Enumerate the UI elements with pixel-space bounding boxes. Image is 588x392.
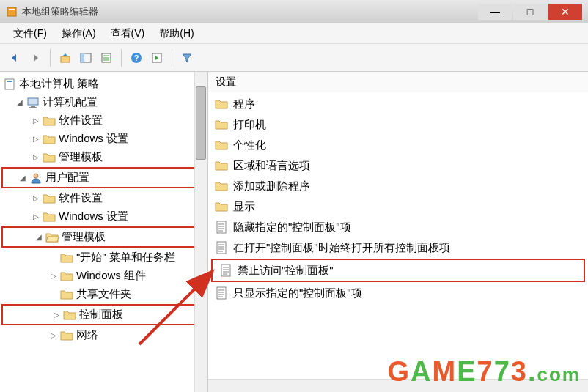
- expander-expanded-icon[interactable]: ◢: [18, 173, 28, 183]
- tree-user-config[interactable]: ◢ 用户配置: [3, 169, 205, 187]
- folder-icon: [43, 210, 56, 223]
- svg-point-19: [34, 174, 38, 178]
- list-item-label: 个性化: [233, 138, 266, 152]
- back-button[interactable]: [6, 49, 23, 67]
- list-item-label: 在打开"控制面板"时始终打开所有控制面板项: [233, 241, 450, 255]
- toolbar-separator: [172, 49, 172, 67]
- tree-root[interactable]: 本地计算机 策略: [0, 75, 207, 93]
- svg-rect-35: [217, 287, 226, 299]
- filter-button[interactable]: [178, 49, 196, 67]
- show-hide-tree-button[interactable]: [77, 49, 95, 67]
- expander-blank: [48, 289, 59, 300]
- menubar: 文件(F) 操作(A) 查看(V) 帮助(H): [0, 23, 588, 44]
- list-item[interactable]: 在打开"控制面板"时始终打开所有控制面板项: [208, 237, 588, 258]
- maximize-button[interactable]: □: [513, 4, 547, 20]
- list-item-label: 区域和语言选项: [233, 159, 310, 173]
- list-item[interactable]: 区域和语言选项: [208, 155, 588, 176]
- list-item[interactable]: 添加或删除程序: [208, 176, 588, 196]
- list-item[interactable]: 隐藏指定的"控制面板"项: [208, 217, 588, 237]
- folder-icon: [60, 329, 73, 342]
- folder-icon: [43, 151, 56, 164]
- computer-icon: [26, 96, 40, 109]
- policy-root-icon: [3, 78, 16, 91]
- policy-icon: [214, 240, 229, 255]
- expander-icon[interactable]: ▷: [48, 330, 59, 341]
- tree-software-settings[interactable]: ▷ 软件设置: [0, 111, 207, 130]
- options-button[interactable]: [148, 49, 166, 67]
- tree-software-settings-2[interactable]: ▷ 软件设置: [0, 189, 207, 207]
- tree-label: 软件设置: [59, 114, 103, 127]
- expander-icon[interactable]: ▷: [31, 134, 41, 144]
- list-item[interactable]: 个性化: [208, 135, 588, 155]
- expander-icon[interactable]: ▷: [31, 193, 41, 204]
- expander-icon[interactable]: ▷: [31, 212, 41, 222]
- list-item-label: 打印机: [233, 118, 266, 132]
- list-item[interactable]: 程序: [208, 94, 588, 114]
- tree-control-panel[interactable]: ▷ 控制面板: [3, 306, 205, 324]
- highlight-user-config: ◢ 用户配置: [1, 167, 206, 188]
- window-title: 本地组策略编辑器: [22, 5, 478, 18]
- close-button[interactable]: ✕: [548, 4, 582, 20]
- titlebar: 本地组策略编辑器 — □ ✕: [0, 0, 588, 23]
- folder-icon: [43, 192, 56, 205]
- forward-button[interactable]: [26, 49, 44, 67]
- app-icon: [6, 6, 18, 18]
- expander-icon[interactable]: ▷: [51, 310, 62, 320]
- properties-button[interactable]: [98, 49, 115, 67]
- expander-icon[interactable]: ▷: [31, 152, 41, 163]
- toolbar-separator: [121, 49, 122, 67]
- list-item[interactable]: 禁止访问"控制面板": [211, 259, 585, 282]
- tree-shared-folders[interactable]: 共享文件夹: [0, 285, 207, 303]
- expander-collapsed-icon[interactable]: ◢: [15, 97, 25, 108]
- minimize-button[interactable]: —: [478, 4, 512, 20]
- tree-windows-components[interactable]: ▷ Windows 组件: [0, 267, 207, 285]
- list-item[interactable]: 打印机: [208, 114, 588, 135]
- folder-icon: [60, 270, 73, 283]
- menu-view[interactable]: 查看(V): [103, 24, 152, 43]
- up-button[interactable]: [56, 49, 74, 67]
- highlight-control-panel: ▷ 控制面板: [1, 304, 206, 325]
- tree-windows-settings-2[interactable]: ▷ Windows 设置: [0, 207, 207, 226]
- svg-rect-2: [61, 56, 70, 62]
- folder-icon: [214, 158, 229, 173]
- tree-admin-templates-2[interactable]: ◢ 管理模板: [3, 228, 205, 246]
- list-header[interactable]: 设置: [208, 72, 588, 92]
- svg-rect-4: [81, 53, 84, 62]
- window-controls: — □ ✕: [478, 4, 582, 20]
- tree-label: Windows 设置: [59, 132, 128, 146]
- tree-label: 控制面板: [79, 308, 123, 322]
- tree-start-menu[interactable]: "开始" 菜单和任务栏: [0, 248, 207, 267]
- list-body: 程序打印机个性化区域和语言选项添加或删除程序显示隐藏指定的"控制面板"项在打开"…: [208, 92, 588, 392]
- tree-scrollbar[interactable]: [194, 72, 207, 392]
- folder-icon: [214, 138, 229, 152]
- menu-action[interactable]: 操作(A): [54, 24, 103, 43]
- menu-file[interactable]: 文件(F): [6, 24, 54, 43]
- tree-label: 网络: [76, 328, 98, 342]
- list-item[interactable]: 只显示指定的"控制面板"项: [208, 283, 588, 303]
- scrollbar-thumb[interactable]: [196, 86, 206, 160]
- list-item[interactable]: 显示: [208, 196, 588, 217]
- tree-label: Windows 组件: [76, 269, 146, 283]
- highlight-admin-templates: ◢ 管理模板: [1, 226, 206, 248]
- svg-rect-25: [217, 242, 226, 254]
- list-horizontal-scrollbar[interactable]: [208, 379, 588, 392]
- tree-network[interactable]: ▷ 网络: [0, 326, 207, 344]
- list-panel: 设置 程序打印机个性化区域和语言选项添加或删除程序显示隐藏指定的"控制面板"项在…: [208, 72, 588, 392]
- folder-icon: [63, 308, 76, 322]
- svg-rect-20: [217, 221, 226, 233]
- expander-blank: [48, 253, 59, 263]
- tree-windows-settings[interactable]: ▷ Windows 设置: [0, 130, 207, 148]
- expander-icon[interactable]: ▷: [48, 271, 59, 281]
- expander-icon[interactable]: ▷: [31, 116, 41, 126]
- tree-label: 软件设置: [59, 191, 103, 205]
- tree-admin-templates[interactable]: ▷ 管理模板: [0, 148, 207, 166]
- policy-icon: [214, 286, 229, 300]
- folder-icon: [214, 97, 229, 111]
- expander-expanded-icon[interactable]: ◢: [34, 232, 44, 243]
- folder-icon: [214, 199, 229, 214]
- tree-computer-config[interactable]: ◢ 计算机配置: [0, 93, 207, 111]
- toolbar-separator: [50, 49, 51, 67]
- help-button[interactable]: ?: [128, 49, 145, 67]
- folder-icon: [60, 251, 73, 265]
- menu-help[interactable]: 帮助(H): [152, 24, 201, 43]
